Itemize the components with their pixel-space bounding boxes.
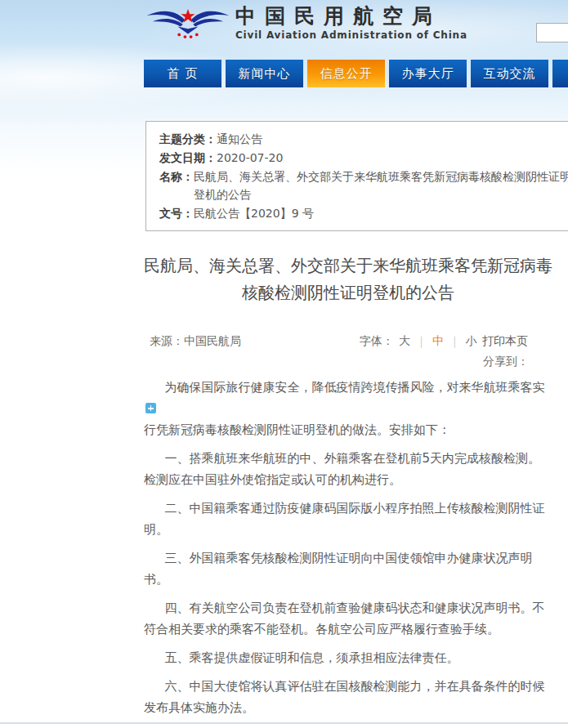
article-source: 来源：中国民航局 [150,334,241,349]
font-size-medium[interactable]: 中 [432,334,444,347]
share-to-label: 分享到： [483,355,529,368]
article-title: 民航局、海关总署、外交部关于来华航班乘客凭新冠病毒 核酸检测阴性证明登机的公告 [144,252,552,306]
meta-row-issue-date: 发文日期： 2020-07-20 [159,149,568,167]
share-row: 分享到： [144,355,568,369]
font-size-control: 字体： 大 ｜ 中 ｜ 小 打印本页 [359,334,529,349]
search-input[interactable] [537,24,568,42]
meta-row-category: 主题分类： 通知公告 [159,130,568,148]
font-size-separator: ｜ [449,334,460,347]
paragraph-item-2: 二、中国籍乘客通过防疫健康码国际版小程序拍照上传核酸检测阴性证明。 [144,498,549,540]
nav-item-interaction[interactable]: 互动交流 [471,60,548,87]
meta-value: 民航局、海关总署、外交部关于来华航班乘客凭新冠病毒核酸检测阴性证明登机的公告 [194,167,568,203]
share-more-icon[interactable] [145,403,156,413]
source-toolbar: 来源：中国民航局 字体： 大 ｜ 中 ｜ 小 打印本页 [144,334,568,349]
footer-divider [0,722,568,724]
site-title-english: Civil Aviation Administration of China [235,29,467,41]
search-box[interactable] [536,23,568,42]
meta-row-document-number: 文号： 民航公告【2020】9 号 [159,204,568,222]
paragraph-intro-line2: 行凭新冠病毒核酸检测阴性证明登机的做法。安排如下： [144,422,450,437]
paragraph-item-1: 一、搭乘航班来华航班的中、外籍乘客在登机前5天内完成核酸检测。检测应在中国驻外使… [144,448,549,490]
nav-item-home[interactable]: 首 页 [144,60,221,87]
meta-value: 民航公告【2020】9 号 [194,204,314,222]
content-column: 主题分类： 通知公告 发文日期： 2020-07-20 名称： 民航局、海关总署… [144,87,568,728]
nav-item-news[interactable]: 新闻中心 [226,60,303,87]
meta-label: 主题分类： [159,130,217,148]
meta-label: 名称： [159,167,194,203]
font-size-large[interactable]: 大 [399,334,410,347]
site-banner: 中国民用航空局 Civil Aviation Administration of… [144,4,467,49]
article-title-line1: 民航局、海关总署、外交部关于来华航班乘客凭新冠病毒 [144,256,552,275]
meta-row-document-name: 名称： 民航局、海关总署、外交部关于来华航班乘客凭新冠病毒核酸检测阴性证明登机的… [159,167,568,203]
font-size-label: 字体： [360,334,394,347]
paragraph-item-6: 六、中国大使馆将认真评估驻在国核酸检测能力，并在具备条件的时候发布具体实施办法。 [144,676,549,718]
font-size-separator: ｜ [416,334,427,347]
article-title-line2: 核酸检测阴性证明登机的公告 [242,283,454,302]
paragraph-item-4: 四、有关航空公司负责在登机前查验健康码状态和健康状况声明书。不符合相关要求的乘客… [144,597,549,640]
article-body: 为确保国际旅行健康安全，降低疫情跨境传播风险，对来华航班乘客实 行凭新冠病毒核酸… [144,377,549,728]
meta-value: 2020-07-20 [217,149,283,167]
site-title-chinese: 中国民用航空局 [235,4,467,29]
caac-wings-logo [144,6,232,40]
nav-item-service-hall[interactable]: 办事大厅 [389,60,467,87]
print-page-button[interactable]: 打印本页 [482,334,528,347]
nav-item-clipped[interactable] [552,60,568,87]
meta-value: 通知公告 [217,130,262,148]
document-meta-box: 主题分类： 通知公告 发文日期： 2020-07-20 名称： 民航局、海关总署… [145,121,568,231]
paragraph-item-5: 五、乘客提供虚假证明和信息，须承担相应法律责任。 [144,647,549,668]
paragraph-item-3: 三、外国籍乘客凭核酸检测阴性证明向中国使领馆申办健康状况声明书。 [144,547,549,590]
paragraph-intro-line1: 为确保国际旅行健康安全，降低疫情跨境传播风险，对来华航班乘客实 [165,380,545,395]
meta-label: 文号： [159,204,194,222]
main-nav: 首 页 新闻中心 信息公开 办事大厅 互动交流 [144,60,568,87]
font-size-small[interactable]: 小 [466,334,477,347]
meta-label: 发文日期： [159,149,217,167]
paragraph-intro: 为确保国际旅行健康安全，降低疫情跨境传播风险，对来华航班乘客实 行凭新冠病毒核酸… [144,377,549,440]
nav-item-info-disclosure[interactable]: 信息公开 [307,60,385,87]
